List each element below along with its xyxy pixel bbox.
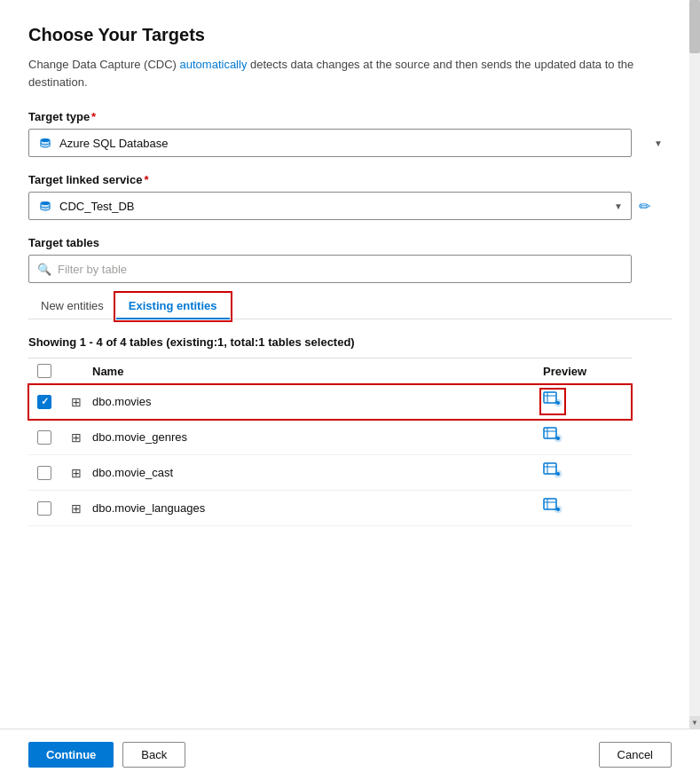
header-checkbox[interactable] (37, 364, 51, 378)
scrollbar-arrow-down[interactable]: ▼ (689, 716, 700, 729)
scrollbar-thumb[interactable] (689, 0, 700, 53)
svg-point-23 (556, 508, 560, 511)
row-checkbox-3[interactable] (37, 501, 51, 516)
scrollbar-track: ▲ ▼ (689, 0, 700, 729)
row-preview-cell-2 (543, 462, 632, 483)
target-linked-service-select-wrapper: CDC_Test_DB ▼ (28, 192, 632, 220)
table-icon-1: ⊞ (60, 430, 92, 445)
row-checkbox-2[interactable] (37, 466, 51, 480)
showing-text: Showing 1 - 4 of 4 tables (existing:1, t… (28, 335, 672, 349)
row-checkbox-cell-0 (28, 395, 60, 409)
row-preview-cell-0 (543, 391, 632, 412)
filter-input[interactable] (28, 255, 632, 283)
azure-sql-icon (38, 136, 52, 150)
row-checkbox-cell-1 (28, 430, 60, 445)
table-row: ⊞ dbo.movie_languages (28, 491, 632, 526)
filter-input-wrapper: 🔍 (28, 255, 632, 283)
target-linked-service-select[interactable]: CDC_Test_DB ▼ (28, 192, 632, 220)
table-row: ⊞ dbo.movies (28, 384, 632, 420)
target-type-group: Target type* Azure SQL Database ▼ (28, 110, 672, 157)
table-icon-3: ⊞ (60, 501, 92, 516)
row-checkbox-0[interactable] (37, 395, 51, 409)
back-button[interactable]: Back (122, 742, 185, 768)
tab-new-entities[interactable]: New entities (28, 294, 116, 319)
tab-existing-entities[interactable]: Existing entities (116, 294, 230, 319)
row-checkbox-cell-3 (28, 501, 60, 516)
linked-service-chevron-icon: ▼ (614, 201, 623, 211)
target-type-chevron-icon: ▼ (654, 138, 663, 148)
svg-point-1 (41, 138, 50, 142)
row-preview-cell-3 (543, 498, 632, 518)
table-header: Name Preview (28, 358, 632, 384)
table-row: ⊞ dbo.movie_genres (28, 420, 632, 455)
preview-icon-0[interactable] (543, 391, 562, 412)
preview-icon-3[interactable] (543, 498, 562, 518)
table-row: ⊞ dbo.movie_cast (28, 455, 632, 491)
row-checkbox-1[interactable] (37, 430, 51, 445)
target-linked-service-group: Target linked service* CDC_Test_DB ▼ ✏ (28, 173, 672, 220)
cancel-button[interactable]: Cancel (599, 742, 672, 768)
row-name-3: dbo.movie_languages (92, 501, 543, 515)
target-type-label: Target type* (28, 110, 672, 123)
header-checkbox-cell (28, 364, 60, 378)
row-checkbox-cell-2 (28, 466, 60, 480)
target-type-select-wrapper: Azure SQL Database ▼ (28, 129, 672, 157)
row-name-1: dbo.movie_genres (92, 430, 543, 444)
row-name-2: dbo.movie_cast (92, 466, 543, 479)
row-name-0: dbo.movies (92, 395, 543, 408)
continue-button[interactable]: Continue (28, 742, 114, 768)
table-icon-0: ⊞ (60, 395, 92, 409)
svg-point-13 (556, 437, 560, 440)
svg-point-3 (41, 201, 50, 205)
target-tables-group: Target tables 🔍 New entities Existing en… (28, 236, 672, 319)
svg-point-18 (556, 472, 560, 476)
table-icon-2: ⊞ (60, 466, 92, 480)
target-tables-label: Target tables (28, 236, 672, 249)
target-type-select[interactable]: Azure SQL Database ▼ (28, 129, 632, 157)
svg-point-8 (556, 401, 560, 405)
target-linked-service-row: CDC_Test_DB ▼ ✏ (28, 192, 672, 220)
linked-service-icon (38, 199, 52, 213)
footer: Continue Back Cancel (0, 729, 700, 780)
col-name-header: Name (60, 365, 543, 378)
tabs-row: New entities Existing entities (28, 294, 672, 319)
row-preview-cell-1 (543, 427, 632, 447)
page-description: Change Data Capture (CDC) automatically … (28, 56, 649, 91)
preview-icon-1[interactable] (543, 427, 562, 447)
preview-icon-2[interactable] (543, 462, 562, 483)
search-icon: 🔍 (37, 263, 51, 276)
col-preview-header: Preview (543, 365, 632, 378)
edit-linked-service-icon[interactable]: ✏ (639, 198, 650, 215)
tables-list: Name Preview ⊞ dbo.movies (28, 358, 632, 526)
target-linked-service-label: Target linked service* (28, 173, 672, 186)
page-title: Choose Your Targets (28, 25, 672, 45)
